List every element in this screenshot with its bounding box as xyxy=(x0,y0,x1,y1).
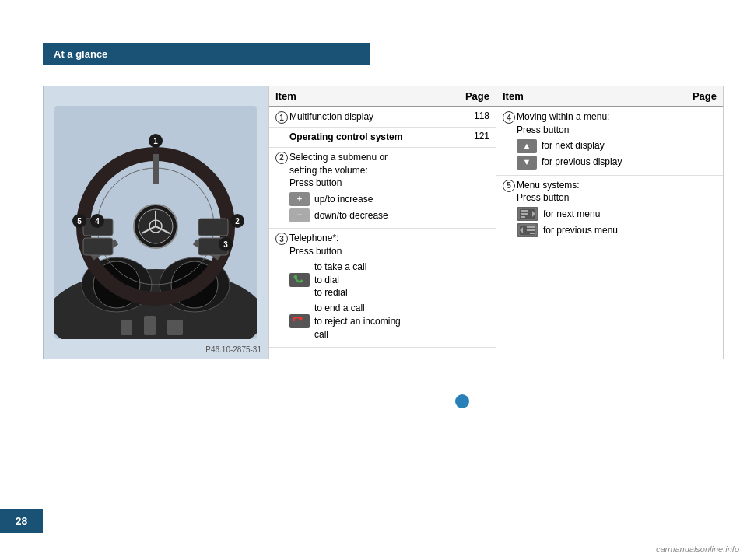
svg-rect-42 xyxy=(527,226,535,228)
svg-rect-37 xyxy=(521,210,528,212)
sub-item: ▼ for previous display xyxy=(517,156,686,170)
svg-rect-35 xyxy=(167,320,183,335)
row-number: 1 xyxy=(275,111,289,124)
minus-icon: − xyxy=(289,208,310,222)
table-right: Item Page 4 Moving within a menu: Press … xyxy=(496,86,724,359)
sub-item: ▲ for next display xyxy=(517,139,686,153)
blue-dot xyxy=(455,394,469,408)
tables-area: Item Page 1 Multifunction display 118 xyxy=(268,86,724,359)
table-left-col-item: Item xyxy=(275,90,458,102)
watermark: carmanualsonline.info xyxy=(656,544,739,554)
sub-item-label: for next menu xyxy=(543,208,600,221)
sub-item-label: to dial xyxy=(314,274,366,287)
sub-item-label: call xyxy=(314,328,401,341)
sub-item: to end a call to reject an incoming call xyxy=(289,302,458,341)
row-text: Press button xyxy=(517,124,686,137)
menu-prev-icon xyxy=(517,223,538,237)
sub-item: for previous menu xyxy=(517,223,686,237)
sub-item: for next menu xyxy=(517,207,686,221)
svg-rect-34 xyxy=(144,316,156,335)
sub-item-label: to redial xyxy=(314,286,366,299)
row-content: Telephone*: Press button to take a call … xyxy=(289,232,458,343)
row-text: Moving within a menu: xyxy=(517,110,686,124)
svg-rect-19 xyxy=(83,238,113,255)
svg-rect-20 xyxy=(198,219,228,236)
svg-text:3: 3 xyxy=(223,240,228,249)
row-page: 118 xyxy=(458,110,489,121)
phone-green-icon xyxy=(289,273,310,287)
svg-text:2: 2 xyxy=(235,217,240,226)
table-left-body: 1 Multifunction display 118 Operating co… xyxy=(269,107,496,348)
row-text: Press button xyxy=(289,245,458,258)
steering-wheel-container: 1 2 3 4 5 xyxy=(44,86,268,359)
photo-label: P46.10-2875-31 xyxy=(205,345,261,354)
row-number: 4 xyxy=(503,111,517,124)
sub-item: + up/to increase xyxy=(289,192,458,206)
table-left-col-page: Page xyxy=(458,90,489,102)
table-right-col-page: Page xyxy=(686,90,717,102)
plus-icon: + xyxy=(289,192,310,206)
arrow-up-icon: ▲ xyxy=(517,139,537,153)
page-number: 28 xyxy=(16,515,28,527)
row-content: Menu systems: Press button xyxy=(517,179,686,240)
header-title: At a glance xyxy=(54,48,107,60)
row-number: 3 xyxy=(275,233,289,245)
svg-rect-43 xyxy=(527,229,535,231)
svg-rect-44 xyxy=(530,233,535,234)
sub-item: − down/to decrease xyxy=(289,208,458,222)
row-text: Telephone*: xyxy=(289,232,458,245)
phone-red-icon xyxy=(289,314,310,328)
svg-rect-33 xyxy=(121,320,132,335)
table-right-header: Item Page xyxy=(496,86,723,107)
sub-item-label: up/to increase xyxy=(314,193,373,206)
row-text: Multifunction display xyxy=(289,111,374,122)
row-number: 2 xyxy=(275,152,289,164)
sub-item-label: down/to decrease xyxy=(314,209,388,222)
table-row: 1 Multifunction display 118 xyxy=(269,107,496,128)
row-text: Press button xyxy=(517,191,686,205)
table-row: 2 Selecting a submenu or setting the vol… xyxy=(269,148,496,229)
table-left-header: Item Page xyxy=(269,86,496,107)
row-text: Menu systems: xyxy=(517,179,686,192)
table-row: 3 Telephone*: Press button to take a cal… xyxy=(269,229,496,347)
steering-wheel-svg: 1 2 3 4 5 xyxy=(54,106,257,339)
svg-text:1: 1 xyxy=(153,137,158,145)
page-number-box: 28 xyxy=(0,509,43,533)
sub-item-label: to take a call xyxy=(314,261,366,274)
svg-rect-39 xyxy=(521,216,525,218)
row-text: Selecting a submenu or xyxy=(289,151,458,164)
arrow-down-icon: ▼ xyxy=(517,156,537,170)
table-left: Item Page 1 Multifunction display 118 xyxy=(268,86,496,359)
row-page: 121 xyxy=(458,131,489,142)
row-content: Multifunction display xyxy=(289,110,458,124)
svg-text:4: 4 xyxy=(95,217,100,226)
menu-next-icon xyxy=(517,207,538,221)
row-text: Press button xyxy=(289,177,458,190)
table-right-body: 4 Moving within a menu: Press button ▲ f… xyxy=(496,107,723,243)
row-text-bold: Operating control system xyxy=(289,131,402,142)
row-content: Operating control system xyxy=(289,131,458,144)
steering-wheel-image: 1 2 3 4 5 P46.10-2875-31 xyxy=(43,86,268,359)
sub-item-label: to reject an incoming xyxy=(314,315,401,328)
table-right-col-item: Item xyxy=(503,90,686,102)
sub-item-label: for previous display xyxy=(542,156,622,169)
svg-rect-38 xyxy=(521,213,528,215)
header-bar: At a glance xyxy=(43,43,370,65)
svg-text:5: 5 xyxy=(77,217,82,226)
content-area: 1 2 3 4 5 P46.10-2875-31 xyxy=(43,86,724,359)
row-content: Selecting a submenu or setting the volum… xyxy=(289,151,458,225)
table-row: Operating control system 121 xyxy=(269,128,496,148)
sub-item: to take a call to dial to redial xyxy=(289,261,458,299)
table-row: 4 Moving within a menu: Press button ▲ f… xyxy=(496,107,723,176)
row-number: 5 xyxy=(503,180,517,192)
sub-item-label: to end a call xyxy=(314,302,401,315)
sub-item-label: for next display xyxy=(542,139,605,152)
table-row: 5 Menu systems: Press button xyxy=(496,176,723,244)
sub-item-label: for previous menu xyxy=(543,224,618,237)
row-content: Moving within a menu: Press button ▲ for… xyxy=(517,110,686,172)
row-text: setting the volume: xyxy=(289,164,458,177)
